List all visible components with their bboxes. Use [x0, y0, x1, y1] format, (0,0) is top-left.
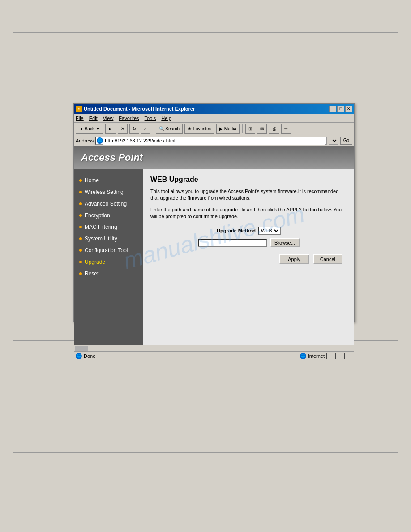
refresh-button[interactable]: ↻ [129, 124, 139, 134]
bullet-mac [79, 226, 82, 228]
menu-view[interactable]: View [103, 116, 114, 121]
sidebar: Home Wireless Setting Advanced Setting E… [74, 169, 143, 345]
sidebar-label-mac: MAC Filtering [85, 224, 117, 230]
sidebar-label-home: Home [85, 177, 99, 184]
page-title: WEB Upgrade [150, 176, 347, 184]
sidebar-item-configuration-tool[interactable]: Configuration Tool [74, 245, 143, 256]
zone-label: Internet [308, 353, 325, 359]
browser-title: Untitled Document - Microsoft Internet E… [84, 106, 195, 112]
description-1: This tool allows you to upgrade the Acce… [150, 188, 347, 202]
bullet-advanced [79, 202, 82, 205]
toolbar-separator [153, 124, 153, 133]
sidebar-label-config: Configuration Tool [85, 247, 128, 253]
bullet-config [79, 249, 82, 252]
stop-button[interactable]: ✕ [118, 124, 128, 134]
go-button[interactable]: Go [340, 137, 352, 145]
page-icon: 🌐 [97, 137, 103, 144]
rule-bottom [13, 452, 398, 453]
upgrade-method-select[interactable]: WEB TFTP [258, 227, 281, 235]
file-row: Browse... [150, 238, 347, 247]
file-path-input[interactable] [198, 239, 267, 247]
bullet-system [79, 237, 82, 240]
history-button[interactable]: ⊞ [245, 124, 255, 134]
sidebar-label-reset: Reset [85, 270, 98, 277]
browse-button[interactable]: Browse... [270, 238, 300, 247]
main-panel: WEB Upgrade This tool allows you to upgr… [143, 169, 354, 345]
bullet-wireless [79, 191, 82, 193]
sidebar-item-home[interactable]: Home [74, 175, 143, 186]
menu-tools[interactable]: Tools [145, 116, 156, 121]
back-button[interactable]: ◄ Back ▼ [76, 124, 103, 134]
title-bar-text: e Untitled Document - Microsoft Internet… [76, 106, 195, 112]
menu-edit[interactable]: Edit [89, 116, 98, 121]
sidebar-label-encryption: Encryption [85, 212, 110, 219]
scroll-thumb[interactable] [75, 346, 88, 351]
content-wrapper: Access Point Home Wireless Setting [74, 146, 354, 364]
menu-favorites[interactable]: Favorites [119, 116, 139, 121]
close-button[interactable]: ✕ [345, 106, 352, 112]
bullet-encryption [79, 214, 82, 217]
menu-file[interactable]: File [76, 116, 84, 121]
minimize-button[interactable]: _ [329, 106, 336, 112]
horizontal-scrollbar[interactable] [74, 345, 354, 351]
sidebar-item-mac-filtering[interactable]: MAC Filtering [74, 221, 143, 233]
sidebar-item-encryption[interactable]: Encryption [74, 210, 143, 221]
header-title: Access Point [81, 152, 143, 163]
toolbar: ◄ Back ▼ ► ✕ ↻ ⌂ 🔍 Search ★ Favorites ▶ … [74, 123, 354, 135]
home-button[interactable]: ⌂ [141, 124, 150, 134]
apply-button[interactable]: Apply [279, 254, 309, 264]
upgrade-method-label: Upgrade Method [217, 228, 256, 233]
browser-window: e Untitled Document - Microsoft Internet… [73, 103, 355, 322]
status-panel-3 [344, 353, 352, 359]
status-text: Done [84, 353, 298, 359]
sidebar-label-upgrade: Upgrade [85, 259, 105, 265]
browser-icon: e [76, 106, 82, 112]
title-bar: e Untitled Document - Microsoft Internet… [74, 104, 354, 114]
sidebar-label-advanced: Advanced Setting [85, 201, 127, 207]
page-background: manualshlive.com e Untitled Document - M… [0, 0, 411, 532]
bullet-home [79, 179, 82, 182]
edit-button[interactable]: ✏ [281, 124, 291, 134]
title-buttons: _ □ ✕ [329, 106, 352, 112]
status-panels [326, 353, 352, 359]
sidebar-label-system: System Utility [85, 236, 117, 242]
menu-help[interactable]: Help [161, 116, 171, 121]
bullet-reset [79, 272, 82, 275]
address-dropdown[interactable] [329, 137, 338, 145]
address-bar: Address 🌐 Go [74, 135, 354, 146]
header-banner: Access Point [74, 146, 354, 169]
status-zone: 🌐 Internet [300, 353, 325, 359]
cancel-button[interactable]: Cancel [313, 254, 342, 264]
toolbar-separator2 [242, 124, 243, 133]
maximize-button[interactable]: □ [337, 106, 344, 112]
status-bar: 🌐 Done 🌐 Internet [74, 351, 354, 360]
status-panel-1 [326, 353, 334, 359]
zone-icon: 🌐 [300, 353, 306, 359]
action-buttons: Apply Cancel [150, 254, 347, 264]
description-2: Enter the path and name of the upgrade f… [150, 206, 347, 220]
bullet-upgrade [79, 261, 82, 263]
upgrade-method-row: Upgrade Method WEB TFTP [150, 227, 347, 235]
status-icon: 🌐 [76, 353, 82, 359]
sidebar-item-upgrade[interactable]: Upgrade [74, 256, 143, 268]
sidebar-item-reset[interactable]: Reset [74, 268, 143, 279]
content-area: Home Wireless Setting Advanced Setting E… [74, 169, 354, 345]
sidebar-item-wireless-setting[interactable]: Wireless Setting [74, 186, 143, 198]
sidebar-item-advanced-setting[interactable]: Advanced Setting [74, 198, 143, 210]
media-button[interactable]: ▶ Media [216, 124, 240, 134]
print-button[interactable]: 🖨 [269, 124, 279, 134]
rule-top [13, 32, 398, 33]
sidebar-label-wireless: Wireless Setting [85, 189, 124, 195]
favorites-button[interactable]: ★ Favorites [184, 124, 214, 134]
address-label: Address [76, 138, 94, 143]
search-button[interactable]: 🔍 Search [156, 124, 183, 134]
sidebar-item-system-utility[interactable]: System Utility [74, 233, 143, 245]
forward-button[interactable]: ► [105, 124, 116, 134]
menu-bar: File Edit View Favorites Tools Help [74, 114, 354, 123]
status-panel-2 [335, 353, 343, 359]
mail-button[interactable]: ✉ [257, 124, 267, 134]
address-input[interactable] [103, 137, 325, 145]
